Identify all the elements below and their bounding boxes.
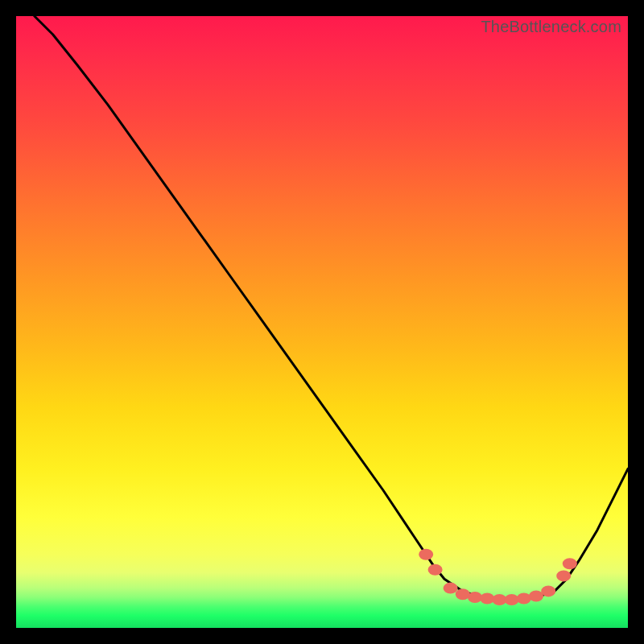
curve-marker	[541, 585, 555, 597]
curve-marker	[556, 570, 571, 581]
curve-marker	[529, 591, 543, 602]
chart-svg	[16, 16, 628, 628]
curve-path	[35, 16, 628, 601]
chart-frame: TheBottleneck.com	[0, 0, 644, 644]
curve-marker	[419, 549, 433, 560]
curve-marker	[563, 558, 577, 569]
curve-marker	[480, 593, 494, 605]
curve-marker	[517, 593, 531, 605]
curve-marker	[428, 564, 443, 576]
curve-marker	[468, 592, 482, 603]
curve-marker	[456, 588, 470, 600]
plot-area: TheBottleneck.com	[16, 16, 628, 628]
curve-marker	[444, 583, 458, 594]
curve-marker	[505, 594, 519, 605]
